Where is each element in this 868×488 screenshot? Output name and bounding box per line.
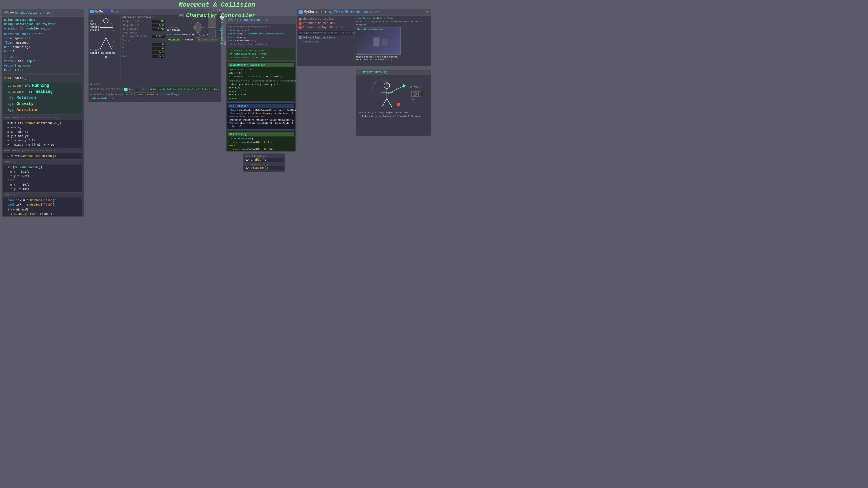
enable-overlap-label: enableOverlapRecovery — [90, 93, 123, 96]
svg-text:cam: cam — [411, 98, 415, 101]
svg-line-4 — [106, 38, 112, 49]
slope-limit-val: 45 — [152, 20, 165, 23]
move-running: cc.Move(* m); Running — [4, 83, 81, 89]
input-actions-label: My InputActions · IA · — [15, 11, 53, 14]
if-grounded-gravity: if(cc.isGrounded) — [228, 137, 294, 140]
svg-point-38 — [413, 92, 416, 96]
third-person-panel: MyCharacter MyThirdPersonController 🎮 Ch… — [297, 9, 431, 66]
smooth-time: bool smoothTime = 1; — [227, 39, 295, 42]
svg-rect-25 — [382, 39, 386, 45]
default-input-actions: DefaultInputActions — [298, 36, 353, 40]
above-tag[interactable]: Above — [125, 93, 134, 96]
skin-width-val: 0.08 — [152, 28, 165, 31]
svg-text:LRE: LRE — [357, 52, 361, 55]
min-ctx: min = ctx.ReadValue<Vector2>(); — [4, 121, 81, 126]
svg-rect-24 — [374, 38, 379, 46]
allow-panel: allow: detectCollisions true true false … — [88, 81, 221, 102]
player-look-label: Player/Look — [298, 40, 353, 44]
velocity-node: velocity — [167, 38, 181, 42]
mdir-g: mDir = G; — [228, 71, 294, 75]
mdir-min10: m = min / 10; — [228, 90, 294, 93]
onrun-header: void OnRun(InputValue,InputAction ctx) — [3, 149, 83, 152]
svg-line-3 — [100, 38, 106, 49]
on-controller-hit[interactable]: OnControllerColliderHit(ControllerCollid… — [149, 87, 218, 91]
using-line2: using UnityEngine.InputSystem; — [3, 22, 83, 27]
svg-point-0 — [103, 19, 108, 23]
set-walk-true: a.SetBool("isW", true; ) — [4, 212, 81, 216]
simplemove-label: SimpleMove auto sizes (x, y, 0) — [167, 33, 210, 36]
svg-text:θ: θ — [396, 88, 397, 91]
svg-text:- Euler(0, targetAngle, x) * V: - Euler(0, targetAngle, x) * Vector3.for… — [359, 115, 422, 118]
gravity-call: G(); Gravity — [4, 101, 81, 107]
vector-mv: Vector3 mDir = R; — [228, 68, 294, 71]
speed-decl: float speed = 5; — [3, 36, 83, 41]
animator-cc: Animator CC; ModelBehaviour — [3, 27, 83, 31]
m-min-y: m.x = min.y; — [4, 130, 81, 134]
vector2-min: Vector2 min; input — [3, 59, 83, 64]
svg-text:atan2(x,z) = TargetAngle in ra: atan2(x,z) = TargetAngle in radians — [359, 111, 408, 113]
rotation-header: R() Rotation — [228, 104, 294, 108]
sides-tag[interactable]: Sides — [135, 93, 145, 96]
on-disabled-bottom: void OnDisabled() — [245, 163, 283, 166]
camera-drawing-panel: 🎥 Camera Drawing targetAngle θ — [356, 69, 431, 136]
m-y-1: m.y = 0.1f; — [4, 170, 81, 174]
enable-overlap-row: enableOverlapRecovery Above Sides Below … — [90, 93, 219, 96]
allow-label: allow: — [90, 83, 219, 86]
model-label: Model — [111, 10, 120, 13]
m-min-calc1: m.x = min.y * 3/ — [4, 138, 81, 143]
hide-cursor-note: hide Cursor.visible = false — [356, 17, 430, 20]
svg-line-30 — [382, 99, 387, 107]
center-z-row: Z 0.3 — [122, 51, 165, 55]
character-rotate: character.transform.rotation = Quaternio… — [228, 119, 294, 122]
onm-comment: OnM: mDir = ctx.ReadValue<Vector2>().nor… — [228, 79, 294, 83]
editor-note: In editor play mode: click on screen to … — [356, 20, 430, 26]
svg-marker-32 — [385, 82, 388, 85]
svg-text:targetAngle: targetAngle — [406, 85, 421, 88]
a-func-header: void A() — [3, 193, 83, 197]
ia-m-move-c: IA.M.Move.canceled += OnM; — [228, 56, 294, 59]
center-label: Center — [122, 39, 165, 42]
false-toggle — [136, 88, 139, 91]
speed-right: float speed = 5; — [227, 29, 295, 32]
return-mdir: return mDir; — [228, 125, 294, 128]
left-code-panel: 🎮 My My InputActions · IA · using UnityE… — [1, 9, 84, 217]
cc-component: CharacterController — [298, 17, 353, 21]
if-grounded: if (cc.isGrounded()) — [4, 165, 81, 170]
m-min-x: m = min; — [4, 126, 81, 130]
below-tag[interactable]: Below — [146, 93, 155, 96]
svg-line-21 — [365, 42, 371, 55]
g-func-header: void G() — [3, 160, 83, 164]
else-clause: else — [4, 178, 81, 183]
detect-coll-label: detectCollisions true — [90, 88, 123, 91]
cinemachine-label: CinemachineFreeLook — [302, 22, 335, 25]
ia-disable-bottom: IA. — [246, 166, 251, 170]
fy-10: f.y -= 10f; — [4, 187, 81, 191]
3d-viewport: Cinemachine Environment — [356, 27, 401, 55]
enable-panel: void OnEnabled() IA.Enable(); void OnDis… — [243, 153, 285, 172]
move-walking: cc.Move(m + m); Walking — [4, 89, 81, 95]
skin-width-row: Skin Width 0.08 — [122, 28, 165, 32]
cinemachine-freelook: CinemachineFreeLook — [298, 21, 353, 26]
third-person-label: ThirdPerson — [334, 10, 360, 14]
movedir-header: void MoveDir normalized — [228, 63, 294, 67]
return-y-neg1: return new Vector3(0, -1, 0); — [228, 140, 294, 144]
if-m-isw: if(M && isW) — [4, 207, 81, 212]
title-sub: Character Controller — [186, 12, 255, 19]
vector3-m: Vector3 m; move — [3, 64, 83, 68]
used-internally: used internally by function — [228, 116, 294, 119]
is-grounded-label: isGrounded — [90, 97, 106, 100]
char-controller-decl: CharacterController cc; — [3, 32, 83, 36]
cam-driven: Camera cam; <- driven by CinemachineAxis — [227, 32, 295, 36]
step-offset-val: 0.3 — [152, 24, 165, 27]
gravity-header: G() Gravity — [228, 132, 294, 136]
step-offset-row: Step Offset 0.3 — [122, 24, 165, 28]
center-y-val: 0 — [152, 47, 165, 50]
bool-isw: bool isW = a.GetBool("isW"); — [4, 198, 81, 203]
error-margin: error margin — [122, 32, 165, 34]
cc-comp-label: CharacterController — [302, 18, 335, 21]
my-input-label: My InputActions — [220, 22, 227, 44]
tp-panel-header: MyCharacter MyThirdPersonController 🎮 — [297, 9, 431, 15]
using-line1: using UnityEngine; — [3, 18, 83, 22]
is-moving-check: isMoving = mDir.x > 0 || mDir.y > 0; — [228, 83, 294, 86]
velocity-nodes: velocity → Offset (in local space) — [167, 38, 220, 42]
